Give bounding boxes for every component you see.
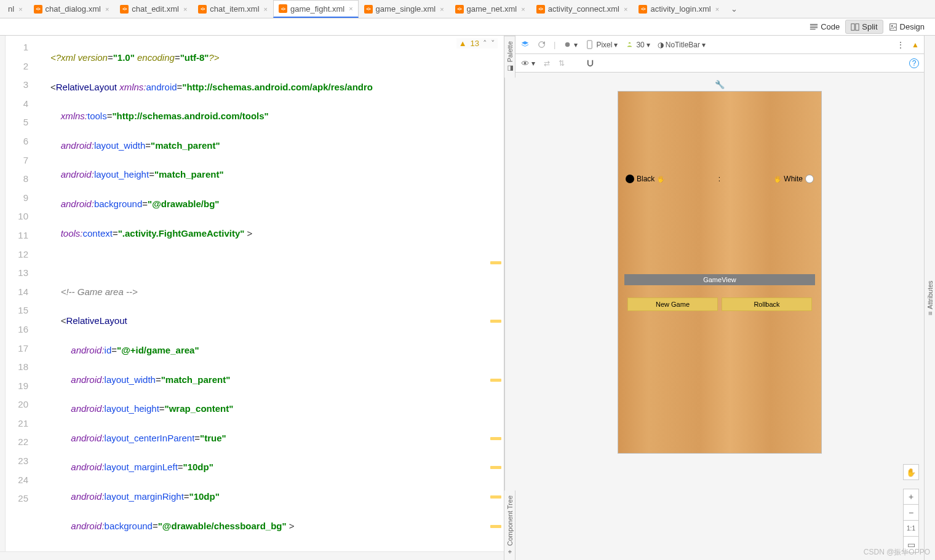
warning-icon: ▲ (459, 39, 467, 48)
component-tree-tab[interactable]: ⌖Component Tree (504, 491, 515, 560)
zoom-in-button[interactable]: + (903, 489, 919, 505)
tab-label: chat_item.xml (210, 4, 259, 14)
tab-game-single[interactable]: game_single.xml× (359, 0, 450, 18)
view-design-button[interactable]: Design (883, 20, 930, 34)
tab-label: game_fight.xml (290, 4, 344, 14)
xml-file-icon (455, 5, 464, 14)
tab-label: game_single.xml (376, 4, 436, 14)
rollback-button[interactable]: Rollback (722, 298, 812, 311)
sliders-icon: ≡ (926, 312, 934, 315)
theme-icon: ◑ (658, 41, 664, 49)
api-select[interactable]: 30▾ (625, 40, 650, 49)
black-label: Black (637, 175, 654, 183)
code-text[interactable]: <?xml version="1.0" encoding="utf-8"?> <… (50, 36, 504, 551)
view-label: Split (862, 22, 877, 31)
close-icon[interactable]: × (105, 6, 109, 13)
tab-label: activity_connect.xml (548, 4, 619, 14)
device-preview[interactable]: Black🖐 : 🖐White GameView New Game Rollba… (618, 91, 822, 454)
orientation-button[interactable] (537, 40, 546, 49)
tab-chat-dialog[interactable]: chat_dialog.xml× (28, 0, 115, 18)
design-canvas[interactable]: 🔧 Black🖐 : 🖐White GameView New Game Roll… (515, 73, 924, 560)
xml-file-icon (639, 5, 647, 14)
code-area[interactable]: 1 2 3 4 5 6 7 8 9 10 11 12 13 14 15 16 1… (0, 36, 504, 551)
watermark: CSDN @振华OPPO (864, 547, 930, 558)
score-separator: : (718, 175, 720, 183)
magnet-icon[interactable] (586, 58, 595, 68)
chevron-down-icon[interactable]: ˅ (491, 39, 495, 48)
tab-game-fight[interactable]: game_fight.xml× (273, 0, 359, 18)
horizontal-scrollbar[interactable] (0, 551, 504, 560)
close-icon[interactable]: × (264, 6, 268, 13)
editor-tabs: nl× chat_dialog.xml× chat_edit.xml× chat… (0, 0, 935, 18)
close-icon[interactable]: × (349, 5, 352, 12)
tree-icon: ⌖ (506, 548, 514, 555)
close-icon[interactable]: × (715, 6, 719, 13)
gameview-placeholder: GameView (624, 274, 815, 285)
close-icon[interactable]: × (18, 6, 22, 13)
tab-nl[interactable]: nl× (2, 0, 28, 18)
warning-count: 13 (471, 39, 479, 48)
view-code-button[interactable]: Code (804, 20, 845, 34)
xml-file-icon (120, 5, 129, 14)
svg-rect-1 (856, 23, 859, 30)
attributes-tab[interactable]: ≡Attributes (924, 36, 935, 560)
device-select[interactable]: Pixel▾ (585, 40, 618, 49)
black-stone-icon (626, 175, 634, 183)
design-toolbar: | ▾ Pixel▾ 30▾ ◑NoTitleBar▾ ⋮ ▲ (515, 36, 924, 54)
close-icon[interactable]: × (440, 6, 444, 13)
palette-tab[interactable]: ◧Palette (504, 36, 515, 77)
white-stone-icon (805, 175, 814, 183)
tab-game-net[interactable]: game_net.xml× (450, 0, 531, 18)
svg-point-3 (891, 25, 893, 26)
xml-file-icon (34, 5, 42, 14)
pan-up-down-icon[interactable]: ⇅ (559, 59, 565, 68)
tab-label: chat_dialog.xml (46, 4, 101, 14)
svg-point-5 (565, 42, 570, 47)
locale-button[interactable]: ⋮ (897, 41, 904, 49)
tab-label: nl (8, 4, 14, 14)
pan-hand-button[interactable]: ✋ (903, 464, 919, 480)
tabs-overflow[interactable]: ⌄ (725, 0, 744, 18)
zoom-controls: ✋ + − 1:1 ▭ (903, 464, 919, 553)
palette-icon: ◧ (506, 65, 514, 73)
surface-button[interactable] (520, 40, 530, 49)
tab-activity-login[interactable]: activity_login.xml× (633, 0, 725, 18)
tab-chat-edit[interactable]: chat_edit.xml× (114, 0, 193, 18)
view-split-button[interactable]: Split (845, 20, 883, 34)
tab-label: chat_edit.xml (132, 4, 179, 14)
new-game-button[interactable]: New Game (627, 298, 718, 311)
code-pane: ▲ 13 ˄ ˅ 1 2 3 4 5 6 7 8 9 10 11 12 13 1… (0, 36, 504, 560)
xml-file-icon (198, 5, 207, 14)
view-label: Code (821, 22, 840, 31)
help-icon[interactable]: ? (909, 58, 919, 68)
theme-select[interactable]: ◑NoTitleBar▾ (658, 41, 706, 49)
close-icon[interactable]: × (521, 6, 525, 13)
tab-label: activity_login.xml (650, 4, 710, 14)
xml-file-icon (536, 5, 545, 14)
main-split: ▲ 13 ˄ ˅ 1 2 3 4 5 6 7 8 9 10 11 12 13 1… (0, 36, 935, 560)
warning-triangle-icon[interactable]: ▲ (912, 41, 919, 49)
chevron-up-icon[interactable]: ˄ (483, 39, 487, 48)
tab-chat-item[interactable]: chat_item.xml× (193, 0, 273, 18)
xml-file-icon (364, 5, 373, 14)
white-label: White (784, 175, 803, 183)
view-mode-bar: Code Split Design (0, 18, 935, 36)
pan-left-right-icon[interactable]: ⇄ (544, 59, 550, 68)
wrench-icon[interactable]: 🔧 (715, 80, 725, 89)
svg-rect-0 (851, 23, 854, 30)
night-mode-button[interactable]: ▾ (563, 40, 578, 49)
gutter: 1 2 3 4 5 6 7 8 9 10 11 12 13 14 15 16 1… (0, 36, 50, 551)
view-label: Design (900, 22, 925, 31)
view-options-button[interactable]: ▾ (520, 58, 535, 68)
close-icon[interactable]: × (183, 6, 187, 13)
tab-label: game_net.xml (467, 4, 517, 14)
close-icon[interactable]: × (624, 6, 627, 13)
xml-file-icon (279, 4, 287, 13)
zoom-out-button[interactable]: − (903, 505, 919, 521)
inspection-widget[interactable]: ▲ 13 ˄ ˅ (456, 38, 498, 49)
tab-activity-connect[interactable]: activity_connect.xml× (531, 0, 634, 18)
design-toolbar-2: ▾ ⇄ ⇅ ? (515, 54, 924, 73)
svg-rect-6 (587, 41, 592, 49)
svg-point-7 (524, 62, 527, 65)
zoom-reset-button[interactable]: 1:1 (903, 521, 919, 537)
